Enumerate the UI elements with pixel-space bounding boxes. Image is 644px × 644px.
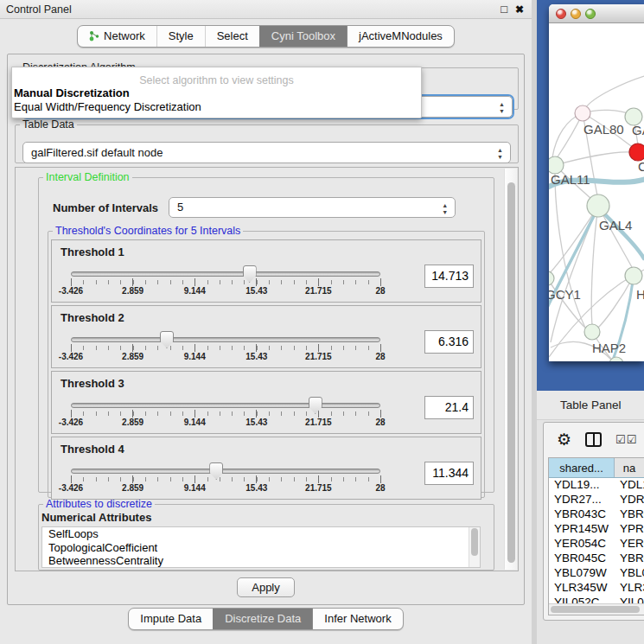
scrollbar-thumb[interactable] <box>551 606 640 613</box>
network-node[interactable] <box>584 324 600 340</box>
table-data-combo[interactable]: galFiltered.sif default node ▲▼ <box>22 142 511 163</box>
combo-spinner-icon[interactable]: ▲▼ <box>496 143 504 163</box>
zoom-window-button[interactable] <box>585 9 596 19</box>
screenshot-root: Control Panel □ ✖ NetworkStyleSelectCyni… <box>0 0 644 644</box>
table-row[interactable]: YBL079WYBL0 <box>549 566 644 581</box>
checkbox-icon[interactable]: ☑ <box>615 434 626 445</box>
bottom-tab-impute-data[interactable]: Impute Data <box>129 609 213 629</box>
network-node[interactable] <box>629 143 644 161</box>
threshold-value-field[interactable]: 21.4 <box>424 396 474 419</box>
table-cell: YER0 <box>615 537 644 552</box>
dropdown-option-manual-discretization[interactable]: Manual Discretization <box>12 86 421 100</box>
table-cell: YER054C <box>549 537 615 552</box>
table-row[interactable]: YER054CYER0 <box>549 537 644 552</box>
slider-minor-ticks <box>71 411 381 416</box>
network-node[interactable] <box>609 357 623 361</box>
slider-major-tick <box>71 475 72 483</box>
table-cell: YDR27... <box>549 493 615 507</box>
network-edge[interactable] <box>586 76 644 107</box>
threshold-value-field[interactable]: 14.713 <box>424 265 474 288</box>
table-cell: YDR2 <box>615 493 644 507</box>
slider-track[interactable] <box>71 469 380 474</box>
network-edge[interactable] <box>551 206 598 342</box>
tab-style[interactable]: Style <box>156 26 205 47</box>
network-node[interactable] <box>575 105 590 121</box>
network-node[interactable] <box>549 156 564 174</box>
table-cell: YPR1 <box>615 522 644 537</box>
scrollbar-thumb[interactable] <box>471 528 478 556</box>
split-columns-icon[interactable] <box>585 432 602 447</box>
threshold-value-field[interactable]: 6.316 <box>424 330 474 354</box>
attributes-group-title: Attributes to discretize <box>43 498 155 510</box>
slider-major-tick <box>194 475 195 483</box>
minimize-window-button[interactable] <box>571 9 581 19</box>
network-view-window[interactable]: GAL80GACGAL11GAL4GCY1HHAP2 <box>549 4 644 361</box>
numerical-attributes-list[interactable]: SelfLoopsTopologicalCoefficientBetweenne… <box>41 526 481 568</box>
control-panel-titlebar: Control Panel □ ✖ <box>0 0 532 19</box>
apply-button[interactable]: Apply <box>237 577 295 597</box>
close-panel-icon[interactable]: ✖ <box>515 0 524 19</box>
scrollbar-thumb[interactable] <box>507 182 515 563</box>
tab-network[interactable]: Network <box>78 26 156 47</box>
slider-tick-label: 28 <box>375 352 385 361</box>
network-node-label: GAL4 <box>599 218 632 233</box>
table-column-header[interactable]: na <box>615 458 644 477</box>
tab-select[interactable]: Select <box>205 26 259 47</box>
threshold-slider[interactable]: -3.4262.8599.14415.4321.71528 <box>71 337 380 363</box>
table-row[interactable]: YBR043CYBR0 <box>549 507 644 522</box>
threshold-label: Threshold 4 <box>61 443 124 456</box>
network-node-label: GAL80 <box>583 122 624 137</box>
slider-minor-ticks <box>71 477 381 481</box>
slider-major-tick <box>256 278 257 286</box>
table-row[interactable]: YDR27...YDR2 <box>549 493 644 507</box>
combo-spinner-icon[interactable]: ▲▼ <box>441 199 449 218</box>
threshold-value-field[interactable]: 11.344 <box>424 462 474 485</box>
table-row[interactable]: YBR045CYBR0 <box>549 552 644 566</box>
tab-jactivemnodules[interactable]: jActiveMNodules <box>347 26 454 47</box>
network-edge[interactable] <box>591 206 598 325</box>
threshold-label: Threshold 2 <box>61 311 124 324</box>
attributes-list-scrollbar[interactable] <box>469 527 480 567</box>
bottom-tab-infer-network[interactable]: Infer Network <box>312 609 402 629</box>
network-node[interactable] <box>625 267 642 284</box>
bottom-tab-discretize-data[interactable]: Discretize Data <box>213 609 312 629</box>
network-node[interactable] <box>587 194 609 217</box>
number-of-intervals-combo[interactable]: 5 ▲▼ <box>169 197 456 218</box>
settings-gear-icon[interactable]: ⚙ <box>557 431 571 448</box>
network-node[interactable] <box>549 271 554 285</box>
network-edge[interactable] <box>549 206 598 274</box>
network-node-label: H <box>636 287 644 302</box>
checkbox-icons: ☑ ☑ <box>615 434 636 445</box>
slider-track[interactable] <box>71 337 380 342</box>
slider-track[interactable] <box>71 403 380 408</box>
network-tab-icon <box>89 30 99 41</box>
threshold-panel: Threshold 1-3.4262.8599.14415.4321.71528… <box>51 239 481 303</box>
attribute-list-item[interactable]: TopologicalCoefficient <box>42 541 480 555</box>
apply-row: Apply <box>8 577 524 597</box>
combo-spinner-icon[interactable]: ▲▼ <box>498 98 506 117</box>
settings-vertical-scrollbar[interactable] <box>504 169 517 570</box>
slider-track[interactable] <box>71 271 380 277</box>
table-column-header[interactable]: shared... <box>549 458 615 477</box>
attribute-list-item[interactable]: SelfLoops <box>42 527 480 541</box>
network-edge[interactable] <box>555 152 630 165</box>
dropdown-option-equal-width-frequency[interactable]: Equal Width/Frequency Discretization <box>12 100 421 114</box>
float-window-icon[interactable]: □ <box>501 0 507 19</box>
network-window-titlebar[interactable] <box>549 4 644 23</box>
threshold-slider[interactable]: -3.4262.8599.14415.4321.71528 <box>71 403 380 429</box>
table-horizontal-scrollbar[interactable] <box>549 603 644 615</box>
network-graph[interactable]: GAL80GACGAL11GAL4GCY1HHAP2 <box>549 24 644 361</box>
attribute-list-item[interactable]: BetweennessCentrality <box>42 554 480 568</box>
table-row[interactable]: YDL19...YDL1 <box>549 478 644 493</box>
tab-cyni-toolbox[interactable]: Cyni Toolbox <box>259 26 347 47</box>
table-cell: YBL0 <box>615 566 644 581</box>
threshold-slider[interactable]: -3.4262.8599.14415.4321.71528 <box>71 469 380 494</box>
interval-definition-title: Interval Definition <box>43 171 132 183</box>
network-canvas[interactable]: GAL80GACGAL11GAL4GCY1HHAP2 <box>549 24 644 361</box>
checkbox-icon[interactable]: ☑ <box>627 434 637 445</box>
threshold-slider[interactable]: -3.4262.8599.14415.4321.71528 <box>71 271 380 297</box>
numerical-attributes-label: Numerical Attributes <box>41 511 494 524</box>
table-row[interactable]: YLR345WYLR3 <box>549 581 644 596</box>
close-window-button[interactable] <box>556 9 566 19</box>
table-row[interactable]: YPR145WYPR1 <box>549 522 644 537</box>
